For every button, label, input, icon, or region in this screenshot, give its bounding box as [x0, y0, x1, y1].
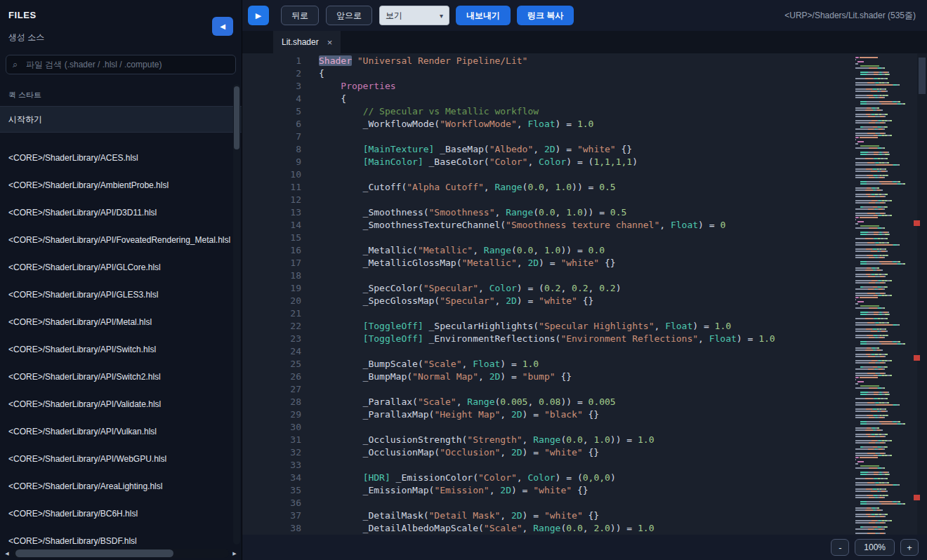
back-button[interactable]: 뒤로: [281, 6, 319, 25]
export-button[interactable]: 내보내기: [456, 6, 511, 25]
code-line[interactable]: _SmoothnessTextureChannel("Smoothness te…: [319, 219, 853, 232]
tab-close-icon[interactable]: ×: [327, 37, 333, 48]
code-content[interactable]: Shader "Universal Render Pipeline/Lit"{ …: [301, 55, 853, 535]
code-line[interactable]: _ParallaxMap("Height Map", 2D) = "black"…: [319, 408, 853, 421]
code-line[interactable]: [MainTexture] _BaseMap("Albedo", 2D) = "…: [319, 143, 853, 156]
code-line[interactable]: _DetailAlbedoMapScale("Scale", Range(0.0…: [319, 522, 853, 535]
file-list-item[interactable]: <CORE>/ShaderLibrary/ACES.hlsl: [0, 144, 242, 171]
file-list-item[interactable]: <CORE>/ShaderLibrary/API/Switch.hlsl: [0, 335, 242, 363]
code-line[interactable]: _Parallax("Scale", Range(0.005, 0.08)) =…: [319, 396, 853, 408]
run-button[interactable]: ▶: [248, 6, 269, 25]
file-list-item[interactable]: <CORE>/ShaderLibrary/API/GLCore.hlsl: [0, 253, 242, 281]
sidebar-horizontal-scroll-thumb[interactable]: [15, 549, 173, 557]
minimap-segment: [877, 427, 879, 429]
code-line[interactable]: // Specular vs Metallic workflow: [319, 105, 853, 118]
minimap-segment: [855, 282, 869, 284]
file-list-item[interactable]: <CORE>/ShaderLibrary/API/WebGPU.hlsl: [0, 445, 242, 472]
quick-start-item[interactable]: 시작하기: [0, 106, 242, 133]
code-line[interactable]: [319, 168, 853, 181]
minimap-segment: [884, 373, 886, 374]
minimap-line: [855, 371, 917, 372]
code-line[interactable]: _BumpMap("Normal Map", 2D) = "bump" {}: [319, 371, 853, 383]
code-line[interactable]: _SpecGlossMap("Specular", 2D) = "white" …: [319, 295, 853, 307]
minimap-segment: [868, 392, 874, 393]
code-line[interactable]: Shader "Universal Render Pipeline/Lit": [319, 55, 853, 67]
minimap-segment: [855, 522, 869, 524]
file-list-item[interactable]: <CORE>/ShaderLibrary/API/Metal.hlsl: [0, 308, 242, 335]
file-list-item[interactable]: <CORE>/ShaderLibrary/API/Vulkan.hlsl: [0, 418, 242, 445]
scroll-right-icon[interactable]: ▶: [229, 548, 240, 559]
minimap-line: [855, 215, 917, 216]
code-line[interactable]: [319, 194, 853, 206]
code-line[interactable]: {: [319, 67, 853, 80]
zoom-level[interactable]: 100%: [855, 539, 895, 556]
file-list-item[interactable]: <CORE>/ShaderLibrary/API/FoveatedRenderi…: [0, 226, 242, 253]
minimap-line: [855, 474, 917, 475]
code-line[interactable]: [319, 459, 853, 472]
code-line[interactable]: [319, 383, 853, 396]
code-token: ,: [494, 207, 506, 218]
code-line[interactable]: _EmissionMap("Emission", 2D) = "white" {…: [319, 484, 853, 497]
code-line[interactable]: _SpecColor("Specular", Color) = (0.2, 0.…: [319, 282, 853, 295]
tab-lit-shader[interactable]: Lit.shader ×: [273, 31, 341, 53]
file-list-item[interactable]: <CORE>/ShaderLibrary/AmbientProbe.hlsl: [0, 171, 242, 199]
minimap-segment: [855, 341, 860, 342]
file-list-item[interactable]: <CORE>/ShaderLibrary/BC6H.hlsl: [0, 500, 242, 527]
minimap-segment: [855, 261, 860, 262]
minimap-line: [855, 160, 917, 161]
code-line[interactable]: [319, 307, 853, 320]
code-line[interactable]: [319, 131, 853, 143]
code-line[interactable]: [MainColor] _BaseColor("Color", Color) =…: [319, 156, 853, 168]
minimap-segment: [855, 337, 869, 338]
view-select[interactable]: 보기 ▾: [379, 6, 449, 25]
forward-button[interactable]: 앞으로: [326, 6, 372, 25]
minimap-line: [855, 432, 917, 433]
code-line[interactable]: _OcclusionStrength("Strength", Range(0.0…: [319, 434, 853, 446]
minimap-segment: [855, 135, 874, 136]
code-token: [319, 156, 363, 167]
minimap-segment: [855, 421, 860, 422]
code-line[interactable]: [319, 345, 853, 358]
minimap-segment: [889, 314, 890, 315]
editor-vertical-scrollbar[interactable]: [917, 53, 927, 535]
code-line[interactable]: _DetailMask("Detail Mask", 2D) = "white"…: [319, 509, 853, 522]
sidebar-vertical-scroll-thumb[interactable]: [234, 86, 239, 149]
code-line[interactable]: [HDR] _EmissionColor("Color", Color) = (…: [319, 472, 853, 484]
code-line[interactable]: [319, 421, 853, 434]
copy-link-button[interactable]: 링크 복사: [517, 6, 574, 25]
code-line[interactable]: _BumpScale("Scale", Float) = 1.0: [319, 358, 853, 371]
code-line[interactable]: [319, 269, 853, 282]
file-search-input[interactable]: [6, 55, 236, 74]
code-line[interactable]: [319, 232, 853, 244]
code-line[interactable]: _WorkflowMode("WorkflowMode", Float) = 1…: [319, 118, 853, 131]
code-line[interactable]: _Smoothness("Smoothness", Range(0.0, 1.0…: [319, 206, 853, 219]
minimap-segment: [883, 368, 885, 370]
file-list-item[interactable]: <CORE>/ShaderLibrary/AreaLighting.hlsl: [0, 472, 242, 500]
zoom-out-button[interactable]: -: [831, 539, 849, 556]
code-line[interactable]: _Cutoff("Alpha Cutoff", Range(0.0, 1.0))…: [319, 181, 853, 194]
sidebar-vertical-scrollbar[interactable]: [233, 84, 240, 545]
sidebar-collapse-button[interactable]: ◀: [212, 17, 233, 36]
scroll-left-icon[interactable]: ◀: [1, 548, 13, 559]
minimap-content[interactable]: [853, 53, 917, 535]
code-line[interactable]: [ToggleOff] _SpecularHighlights("Specula…: [319, 320, 853, 333]
code-line[interactable]: [319, 497, 853, 509]
file-list-item[interactable]: <CORE>/ShaderLibrary/API/Switch2.hlsl: [0, 363, 242, 390]
zoom-in-button[interactable]: +: [900, 539, 919, 556]
code-line[interactable]: _MetallicGlossMap("Metallic", 2D) = "whi…: [319, 257, 853, 269]
code-line[interactable]: Properties: [319, 80, 853, 93]
file-list-item[interactable]: <CORE>/ShaderLibrary/API/Validate.hlsl: [0, 390, 242, 418]
minimap-segment: [855, 116, 868, 117]
file-list-item[interactable]: <CORE>/ShaderLibrary/API/GLES3.hlsl: [0, 281, 242, 308]
code-line[interactable]: {: [319, 93, 853, 105]
code-line[interactable]: _OcclusionMap("Occlusion", 2D) = "white"…: [319, 446, 853, 459]
minimap-segment: [855, 97, 869, 98]
minimap-line: [855, 335, 917, 336]
editor-vertical-scroll-thumb[interactable]: [919, 58, 926, 94]
minimap-segment: [855, 520, 872, 521]
code-token: ) =: [555, 144, 577, 154]
code-line[interactable]: _Metallic("Metallic", Range(0.0, 1.0)) =…: [319, 244, 853, 257]
file-list-item[interactable]: <CORE>/ShaderLibrary/API/D3D11.hlsl: [0, 199, 242, 226]
sidebar-horizontal-scroll-track[interactable]: [13, 549, 229, 558]
code-line[interactable]: [ToggleOff] _EnvironmentReflections("Env…: [319, 333, 853, 345]
